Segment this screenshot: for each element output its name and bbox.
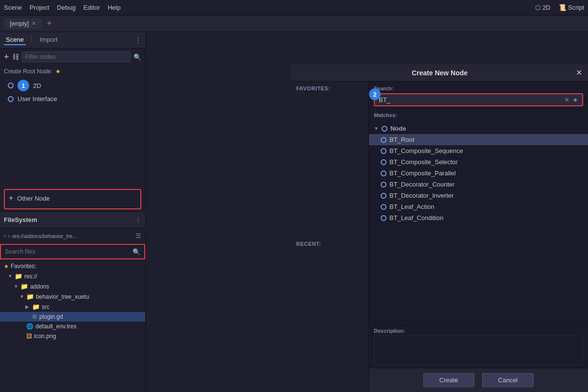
menu-scene[interactable]: Scene bbox=[4, 4, 22, 11]
collapse-arrow-icon: ▼ bbox=[19, 294, 24, 299]
file-label: default_env.tres bbox=[35, 323, 77, 330]
tab-close-icon[interactable]: ✕ bbox=[32, 20, 36, 27]
search-node-input[interactable] bbox=[379, 96, 561, 103]
create-new-node-dialog: Create New Node ✕ Favorites: Recent: Sea… bbox=[291, 64, 588, 392]
tree-item-bt-leaf-condition[interactable]: BT_Leaf_Condition bbox=[369, 212, 588, 223]
menu-editor[interactable]: Editor bbox=[84, 4, 100, 11]
tree-item-label: BT_Leaf_Condition bbox=[389, 214, 443, 222]
fs-path: res://addons/behavior_tre... bbox=[12, 233, 134, 239]
tree-circle-icon bbox=[381, 170, 386, 176]
search-wrapper: 2 ✕ ★ bbox=[374, 93, 583, 106]
other-node-button[interactable]: + Other Node bbox=[9, 192, 136, 205]
favorites-section: ★ Favorites: bbox=[0, 261, 145, 271]
favorites-star-icon: ★ bbox=[4, 263, 9, 270]
tree-item-label: BT_Decorator_Counter bbox=[389, 181, 454, 188]
tree-group-node[interactable]: ▼ Node bbox=[369, 123, 588, 134]
scene-panel: Scene Import ⋮ + ⛓ 🔍 Create Root Node: ★ bbox=[0, 32, 145, 212]
tree-item-bt-leaf-action[interactable]: BT_Leaf_Action bbox=[369, 201, 588, 212]
matches-section: Matches: bbox=[369, 110, 588, 122]
scene-panel-header: Scene Import ⋮ bbox=[0, 32, 145, 49]
collapse-arrow-icon: ▼ bbox=[14, 284, 18, 289]
menu-project[interactable]: Project bbox=[30, 4, 49, 11]
favorites-content bbox=[291, 93, 369, 237]
fs-view-button[interactable]: ☰ bbox=[135, 232, 141, 239]
main-area: Scene Import ⋮ + ⛓ 🔍 Create Root Node: ★ bbox=[0, 32, 588, 392]
recent-section-label: Recent: bbox=[291, 237, 369, 249]
other-node-label: Other Node bbox=[17, 195, 50, 202]
fs-item-default-env[interactable]: 🌐 default_env.tres bbox=[0, 322, 145, 331]
file-icon-png: 🖼 bbox=[26, 333, 32, 340]
search-favorite-button[interactable]: ★ bbox=[572, 96, 578, 103]
annotation-2-badge: 2 bbox=[369, 88, 381, 100]
tab-import[interactable]: Import bbox=[38, 35, 60, 45]
fs-dots-icon[interactable]: ⋮ bbox=[135, 216, 141, 223]
node-list: 1 2D User Interface bbox=[0, 78, 145, 187]
node-item-2d[interactable]: 1 2D bbox=[0, 78, 145, 93]
dialog-close-button[interactable]: ✕ bbox=[576, 68, 582, 77]
tree-item-bt-composite-parallel[interactable]: BT_Composite_Parallel bbox=[369, 168, 588, 179]
tree-item-label: BT_Composite_Sequence bbox=[389, 147, 463, 154]
link-button[interactable]: ⛓ bbox=[12, 53, 19, 61]
tree-circle-icon bbox=[381, 204, 386, 210]
script-button[interactable]: 📜 Script bbox=[558, 4, 584, 11]
fs-item-src[interactable]: ▶ 📁 src bbox=[0, 302, 145, 312]
search-files-input[interactable] bbox=[5, 248, 130, 255]
tree-item-bt-decorator-inverter[interactable]: BT_Decorator_Inverter bbox=[369, 190, 588, 201]
tree-item-bt-decorator-counter[interactable]: BT_Decorator_Counter bbox=[369, 179, 588, 190]
tree-item-bt-composite-sequence[interactable]: BT_Composite_Sequence bbox=[369, 145, 588, 156]
search-clear-button[interactable]: ✕ bbox=[564, 96, 570, 103]
fs-search-row: 🔍 bbox=[0, 244, 145, 259]
search-section: Search: 2 ✕ ★ bbox=[369, 82, 588, 110]
tree-circle-icon bbox=[381, 182, 386, 187]
node-item-ui[interactable]: User Interface bbox=[0, 93, 145, 104]
tree-circle-icon bbox=[382, 126, 387, 132]
menu-help[interactable]: Help bbox=[108, 4, 121, 11]
fs-tree: ★ Favorites: ▼ 📁 res:// ▼ 📁 addons ▼ 📁 b bbox=[0, 259, 145, 392]
fs-item-icon-png[interactable]: 🖼 icon.png bbox=[0, 331, 145, 341]
filter-nodes-input[interactable] bbox=[22, 51, 131, 62]
fs-item-res[interactable]: ▼ 📁 res:// bbox=[0, 271, 145, 281]
nav-forward-button[interactable]: › bbox=[8, 232, 10, 239]
fs-item-addons[interactable]: ▼ 📁 addons bbox=[0, 281, 145, 291]
cancel-button[interactable]: Cancel bbox=[482, 373, 534, 387]
file-icon-gd: ⚙ bbox=[32, 313, 37, 320]
dialog-title: Create New Node bbox=[412, 69, 468, 77]
file-icon-tres: 🌐 bbox=[26, 323, 34, 330]
create-button[interactable]: Create bbox=[423, 373, 474, 387]
other-node-plus-icon: + bbox=[9, 194, 13, 203]
fs-item-plugin-gd[interactable]: ⚙ plugin.gd bbox=[0, 312, 145, 322]
dialog-search-panel: Search: 2 ✕ ★ Matches: bbox=[369, 82, 588, 392]
fs-nav: ‹ › res://addons/behavior_tre... ☰ bbox=[0, 228, 145, 244]
tree-item-bt-root[interactable]: BT_Root bbox=[369, 134, 588, 145]
tab-empty[interactable]: [empty] ✕ bbox=[4, 18, 42, 29]
spacer-icon bbox=[25, 314, 30, 320]
add-node-button[interactable]: + bbox=[4, 52, 9, 62]
description-section: Description: bbox=[369, 325, 588, 368]
2d-button[interactable]: ⬡ 2D bbox=[535, 4, 551, 11]
left-panel: Scene Import ⋮ + ⛓ 🔍 Create Root Node: ★ bbox=[0, 32, 146, 392]
tab-scene[interactable]: Scene bbox=[4, 35, 26, 45]
tree-item-bt-composite-selector[interactable]: BT_Composite_Selector bbox=[369, 156, 588, 168]
favorites-label: Favorites: bbox=[11, 263, 36, 270]
scene-dots-icon[interactable]: ⋮ bbox=[135, 36, 141, 44]
menu-debug[interactable]: Debug bbox=[57, 4, 75, 11]
tab-add-button[interactable]: + bbox=[44, 18, 55, 29]
tree-item-label: BT_Decorator_Inverter bbox=[389, 192, 454, 199]
dialog-buttons: Create Cancel bbox=[369, 368, 588, 392]
file-label: icon.png bbox=[34, 333, 56, 340]
node-circle-icon bbox=[8, 83, 14, 88]
search-section-label: Search: bbox=[374, 85, 583, 91]
tree-group-label: Node bbox=[390, 125, 406, 132]
node-circle-icon bbox=[8, 96, 14, 102]
folder-label: addons bbox=[30, 283, 49, 290]
create-root-node-section: Create Root Node: ★ bbox=[0, 65, 145, 78]
tree-item-label: BT_Composite_Parallel bbox=[389, 170, 456, 177]
description-label: Description: bbox=[374, 328, 583, 334]
node-label: 2D bbox=[33, 82, 41, 89]
tree-circle-icon bbox=[381, 148, 386, 154]
tree-circle-icon bbox=[381, 193, 386, 199]
scene-header-tabs: Scene Import bbox=[4, 35, 60, 45]
nav-back-button[interactable]: ‹ bbox=[4, 232, 6, 239]
fs-item-behavior-tree[interactable]: ▼ 📁 behavior_tree_xuetu bbox=[0, 291, 145, 302]
tab-label: [empty] bbox=[10, 20, 29, 27]
